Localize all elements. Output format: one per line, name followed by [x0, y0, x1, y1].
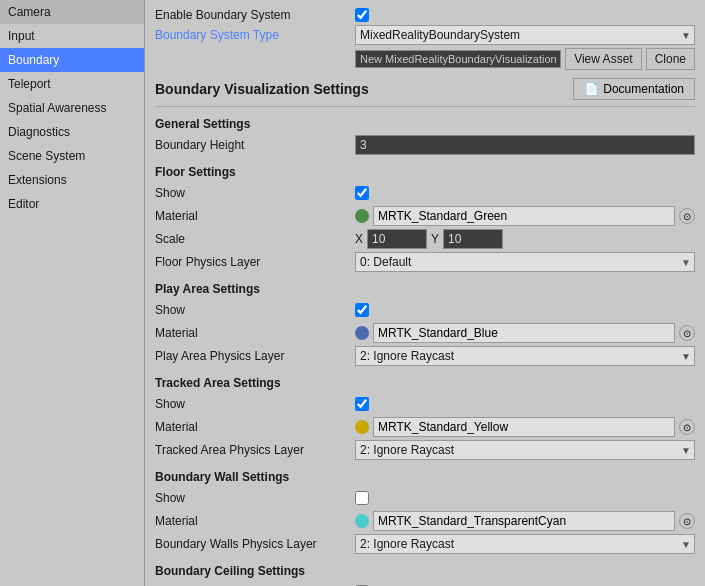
- wall-physics-row: Boundary Walls Physics Layer 2: Ignore R…: [155, 534, 695, 554]
- boundary-height-label: Boundary Height: [155, 138, 355, 152]
- enable-row: Enable Boundary System: [155, 8, 695, 22]
- asset-value: View Asset Clone: [355, 48, 695, 70]
- tracked-physics-dropdown[interactable]: 2: Ignore Raycast: [355, 440, 695, 460]
- floor-physics-label: Floor Physics Layer: [155, 255, 355, 269]
- wall-show-row: Show: [155, 488, 695, 508]
- tracked-show-checkbox[interactable]: [355, 397, 369, 411]
- sidebar-item-camera[interactable]: Camera: [0, 0, 144, 24]
- wall-material-input[interactable]: [373, 511, 675, 531]
- wall-material-picker-button[interactable]: ⊙: [679, 513, 695, 529]
- floor-show-checkbox[interactable]: [355, 186, 369, 200]
- visualization-header: Boundary Visualization Settings 📄 Docume…: [155, 78, 695, 100]
- sidebar-item-diagnostics[interactable]: Diagnostics: [0, 120, 144, 144]
- floor-scale-row-inner: X Y: [355, 229, 695, 249]
- floor-scale-x-input[interactable]: [367, 229, 427, 249]
- play-show-value: [355, 303, 695, 317]
- ceiling-settings-header: Boundary Ceiling Settings: [155, 564, 695, 578]
- documentation-button[interactable]: 📄 Documentation: [573, 78, 695, 100]
- wall-physics-label: Boundary Walls Physics Layer: [155, 537, 355, 551]
- play-physics-dropdown[interactable]: 2: Ignore Raycast: [355, 346, 695, 366]
- play-material-label: Material: [155, 326, 355, 340]
- floor-material-row-inner: ⊙: [355, 206, 695, 226]
- tracked-material-value: ⊙: [355, 417, 695, 437]
- view-asset-button[interactable]: View Asset: [565, 48, 641, 70]
- play-show-checkbox[interactable]: [355, 303, 369, 317]
- clone-button[interactable]: Clone: [646, 48, 695, 70]
- play-material-circle: [355, 326, 369, 340]
- tracked-area-settings-header: Tracked Area Settings: [155, 376, 695, 390]
- floor-material-input[interactable]: [373, 206, 675, 226]
- play-show-row: Show: [155, 300, 695, 320]
- sidebar-item-spatial-awareness[interactable]: Spatial Awareness: [0, 96, 144, 120]
- floor-settings-header: Floor Settings: [155, 165, 695, 179]
- sidebar-item-editor[interactable]: Editor: [0, 192, 144, 216]
- floor-material-picker-button[interactable]: ⊙: [679, 208, 695, 224]
- ceiling-show-row: Show: [155, 582, 695, 586]
- type-value: MixedRealityBoundarySystem ▼: [355, 25, 695, 45]
- boundary-height-input[interactable]: [355, 135, 695, 155]
- tracked-physics-row: Tracked Area Physics Layer 2: Ignore Ray…: [155, 440, 695, 460]
- main-content: Enable Boundary System Boundary System T…: [145, 0, 705, 586]
- asset-input[interactable]: [355, 50, 561, 68]
- tracked-material-picker-button[interactable]: ⊙: [679, 419, 695, 435]
- wall-physics-value: 2: Ignore Raycast ▼: [355, 534, 695, 554]
- enable-value: [355, 8, 695, 22]
- play-physics-row: Play Area Physics Layer 2: Ignore Raycas…: [155, 346, 695, 366]
- asset-row: View Asset Clone: [155, 48, 695, 70]
- sidebar-item-boundary[interactable]: Boundary: [0, 48, 144, 72]
- floor-physics-value: 0: Default ▼: [355, 252, 695, 272]
- sidebar-item-scene-system[interactable]: Scene System: [0, 144, 144, 168]
- floor-scale-value: X Y: [355, 229, 695, 249]
- tracked-show-row: Show: [155, 394, 695, 414]
- sidebar-item-extensions[interactable]: Extensions: [0, 168, 144, 192]
- asset-row-inner: View Asset Clone: [355, 48, 695, 70]
- tracked-physics-dropdown-wrap: 2: Ignore Raycast ▼: [355, 440, 695, 460]
- wall-physics-dropdown-wrap: 2: Ignore Raycast ▼: [355, 534, 695, 554]
- wall-show-checkbox[interactable]: [355, 491, 369, 505]
- sidebar-item-input[interactable]: Input: [0, 24, 144, 48]
- play-material-value: ⊙: [355, 323, 695, 343]
- tracked-show-label: Show: [155, 397, 355, 411]
- tracked-material-input[interactable]: [373, 417, 675, 437]
- wall-show-value: [355, 491, 695, 505]
- play-material-input[interactable]: [373, 323, 675, 343]
- tracked-show-value: [355, 397, 695, 411]
- type-dropdown-wrap: MixedRealityBoundarySystem ▼: [355, 25, 695, 45]
- wall-material-label: Material: [155, 514, 355, 528]
- tracked-physics-label: Tracked Area Physics Layer: [155, 443, 355, 457]
- floor-physics-dropdown-wrap: 0: Default ▼: [355, 252, 695, 272]
- visualization-title: Boundary Visualization Settings: [155, 81, 369, 97]
- type-row: Boundary System Type MixedRealityBoundar…: [155, 25, 695, 45]
- tracked-physics-value: 2: Ignore Raycast ▼: [355, 440, 695, 460]
- tracked-material-label: Material: [155, 420, 355, 434]
- type-dropdown[interactable]: MixedRealityBoundarySystem: [355, 25, 695, 45]
- wall-material-circle: [355, 514, 369, 528]
- sidebar-item-teleport[interactable]: Teleport: [0, 72, 144, 96]
- type-label: Boundary System Type: [155, 28, 355, 42]
- divider-top: [155, 106, 695, 107]
- floor-material-row: Material ⊙: [155, 206, 695, 226]
- wall-material-value: ⊙: [355, 511, 695, 531]
- floor-scale-x-label: X: [355, 232, 363, 246]
- enable-checkbox[interactable]: [355, 8, 369, 22]
- floor-scale-y-label: Y: [431, 232, 439, 246]
- tracked-material-row: Material ⊙: [155, 417, 695, 437]
- sidebar: Camera Input Boundary Teleport Spatial A…: [0, 0, 145, 586]
- boundary-height-row: Boundary Height: [155, 135, 695, 155]
- boundary-height-value: [355, 135, 695, 155]
- floor-physics-dropdown[interactable]: 0: Default: [355, 252, 695, 272]
- play-material-picker-button[interactable]: ⊙: [679, 325, 695, 341]
- floor-scale-y-input[interactable]: [443, 229, 503, 249]
- wall-settings-header: Boundary Wall Settings: [155, 470, 695, 484]
- floor-material-label: Material: [155, 209, 355, 223]
- floor-scale-row: Scale X Y: [155, 229, 695, 249]
- play-material-row-inner: ⊙: [355, 323, 695, 343]
- floor-show-value: [355, 186, 695, 200]
- floor-material-value: ⊙: [355, 206, 695, 226]
- floor-material-circle: [355, 209, 369, 223]
- tracked-material-row-inner: ⊙: [355, 417, 695, 437]
- enable-label: Enable Boundary System: [155, 8, 355, 22]
- wall-physics-dropdown[interactable]: 2: Ignore Raycast: [355, 534, 695, 554]
- tracked-material-circle: [355, 420, 369, 434]
- floor-show-row: Show: [155, 183, 695, 203]
